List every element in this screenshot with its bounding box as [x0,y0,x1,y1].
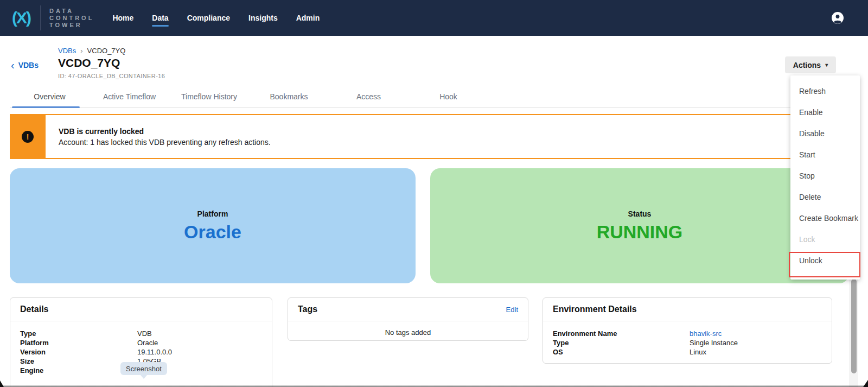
breadcrumb: VDBs › VCDO_7YQ [58,47,125,55]
cursor-artifact [863,380,868,387]
table-row: Platform Oracle [20,338,262,347]
table-row: Version 19.11.0.0.0 [20,347,262,357]
platform-value: Oracle [184,221,241,243]
menu-item-disable[interactable]: Disable [790,123,860,144]
nav-item-insights[interactable]: Insights [248,10,278,26]
primary-nav: Home Data Compliance Insights Admin [112,10,320,26]
breadcrumb-current: VCDO_7YQ [87,47,126,55]
detail-value: 19.11.0.0.0 [137,347,172,357]
screenshot-tooltip: Screenshot [120,362,167,375]
error-icon: ! [22,131,34,143]
nav-item-admin[interactable]: Admin [296,10,320,26]
actions-button[interactable]: Actions ▾ [785,56,836,73]
env-value: Linux [690,347,706,357]
warning-message: Account: 1 has locked this VDB preventin… [59,138,849,147]
env-label: Type [553,338,690,347]
detail-label: Platform [20,338,137,347]
app-title-line: CONTROL [49,15,94,22]
page-title: VCDO_7YQ [58,56,120,69]
tab-active-timeflow[interactable]: Active Timeflow [90,89,169,107]
screen-bottom-edge [0,385,868,387]
top-navbar: (X) DATA CONTROL TOWER Home Data Complia… [0,0,868,36]
actions-button-label: Actions [793,61,821,69]
nav-item-data[interactable]: Data [152,10,168,26]
tags-card-header: Tags Edit [288,298,528,321]
detail-label: Version [20,347,137,357]
locked-warning-banner: ! VDB is currently locked Account: 1 has… [10,114,849,159]
status-value: RUNNING [597,221,683,243]
detail-value: VDB [137,329,152,338]
back-link-label: VDBs [18,61,39,69]
tab-access[interactable]: Access [329,89,409,107]
tags-card-title: Tags [298,304,317,314]
platform-card: Platform Oracle [10,168,416,283]
account-icon[interactable] [831,11,844,24]
menu-item-stop[interactable]: Stop [790,166,860,187]
status-card: Status RUNNING [430,168,849,283]
breadcrumb-separator: › [80,47,82,55]
app-title-line: TOWER [49,22,94,29]
app-logo: (X) DATA CONTROL TOWER [0,5,94,30]
logo-divider [40,5,41,30]
tab-overview[interactable]: Overview [10,89,90,107]
environment-rows: Environment Name bhavik-src Type Single … [543,321,832,362]
platform-label: Platform [197,210,228,218]
chevron-down-icon: ▾ [825,62,828,68]
status-label: Status [628,210,652,218]
warning-icon-block: ! [10,114,46,159]
tags-empty-text: No tags added [288,321,528,337]
environment-details-card: Environment Details Environment Name bha… [542,297,832,364]
details-card-title: Details [20,304,48,314]
app-title-line: DATA [49,8,94,15]
environment-name-link[interactable]: bhavik-src [690,329,722,338]
table-row: Environment Name bhavik-src [553,329,822,338]
menu-item-refresh[interactable]: Refresh [790,81,860,102]
screen-corner-artifact [0,380,4,387]
tab-timeflow-history[interactable]: Timeflow History [169,89,249,107]
env-label: Environment Name [553,329,690,338]
nav-item-compliance[interactable]: Compliance [187,10,230,26]
env-value: Single Instance [690,338,738,347]
menu-item-create-bookmark[interactable]: Create Bookmark [790,208,860,229]
menu-item-start[interactable]: Start [790,144,860,166]
env-label: OS [553,347,690,357]
table-row: Type VDB [20,329,262,338]
menu-item-enable[interactable]: Enable [790,102,860,123]
vdb-id: ID: 47-ORACLE_DB_CONTAINER-16 [58,73,165,79]
menu-item-unlock[interactable]: Unlock [790,250,860,271]
app-title: DATA CONTROL TOWER [49,8,94,29]
nav-item-home[interactable]: Home [112,10,133,26]
back-to-vdbs-link[interactable]: ‹ VDBs [11,61,39,69]
detail-value: Oracle [137,338,158,347]
detail-label: Type [20,329,137,338]
table-row: OS Linux [553,347,822,357]
delphix-logo-icon: (X) [12,10,30,26]
tags-card: Tags Edit No tags added [288,297,528,341]
menu-item-lock: Lock [790,229,860,250]
menu-item-delete[interactable]: Delete [790,187,860,208]
chevron-left-icon: ‹ [11,61,15,69]
detail-label: Size [20,357,137,366]
detail-label: Engine [20,366,137,375]
scrollbar-thumb[interactable] [851,279,857,373]
tags-edit-link[interactable]: Edit [506,306,518,314]
tab-bar: Overview Active Timeflow Timeflow Histor… [10,89,849,107]
table-row: Type Single Instance [553,338,822,347]
vertical-scrollbar[interactable] [850,275,858,387]
breadcrumb-vdbs-link[interactable]: VDBs [58,47,76,55]
details-card-header: Details [10,298,272,321]
warning-title: VDB is currently locked [59,127,849,136]
tab-bookmarks[interactable]: Bookmarks [249,89,329,107]
tab-hook[interactable]: Hook [409,89,488,107]
environment-card-header: Environment Details [543,298,832,321]
warning-body: VDB is currently locked Account: 1 has l… [46,114,849,159]
environment-card-title: Environment Details [553,304,637,314]
actions-dropdown-menu: Refresh Enable Disable Start Stop Delete… [790,75,860,280]
